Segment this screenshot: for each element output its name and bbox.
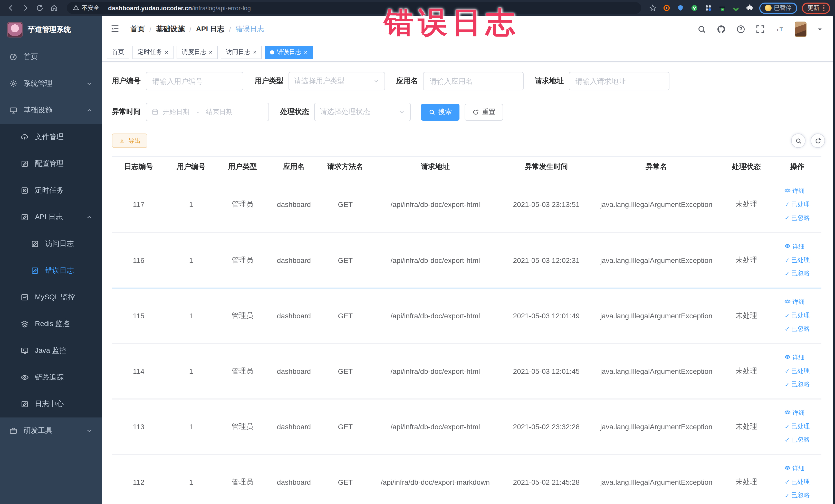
address-bar[interactable]: 不安全 dashboard.yudao.iocoder.cn/infra/log… xyxy=(67,2,641,14)
detail-link[interactable]: 详细 xyxy=(785,464,805,473)
close-icon[interactable]: × xyxy=(165,49,168,55)
breadcrumb-item-2[interactable]: API 日志 xyxy=(196,25,224,34)
app-name-input[interactable] xyxy=(423,72,524,90)
extensions-puzzle-icon[interactable] xyxy=(745,3,754,13)
ignored-link[interactable]: ✓已忽略 xyxy=(785,436,810,444)
profile-paused-badge[interactable]: 已暂停 xyxy=(759,2,797,14)
detail-link[interactable]: 详细 xyxy=(785,242,805,251)
cell-status: 未处理 xyxy=(719,343,773,399)
ext-shield-icon[interactable] xyxy=(676,3,685,13)
ignored-link[interactable]: ✓已忽略 xyxy=(785,324,810,333)
search-button[interactable]: 搜索 xyxy=(421,103,460,120)
processed-link[interactable]: ✓已处理 xyxy=(785,478,810,486)
reload-icon[interactable] xyxy=(34,2,45,14)
cell-time: 2021-05-03 12:02:31 xyxy=(500,233,593,288)
action-label: 已处理 xyxy=(791,200,810,209)
ext-sprout-icon[interactable] xyxy=(731,3,740,13)
sidebar-item-10[interactable]: Redis 监控 xyxy=(0,311,102,337)
back-icon[interactable] xyxy=(5,2,16,14)
process-status-select[interactable]: 请选择处理状态 xyxy=(314,103,411,121)
user-id-input[interactable] xyxy=(146,72,243,90)
close-icon[interactable]: × xyxy=(304,49,307,55)
action-label: 详细 xyxy=(792,353,805,362)
sidebar-item-label: 访问日志 xyxy=(45,239,93,248)
breadcrumb-item-0[interactable]: 首页 xyxy=(130,25,145,34)
processed-link[interactable]: ✓已处理 xyxy=(785,422,810,431)
url-text[interactable]: dashboard.yudao.iocoder.cn/infra/log/api… xyxy=(108,4,251,12)
sidebar-item-1[interactable]: 系统管理 xyxy=(0,70,102,97)
help-icon[interactable] xyxy=(736,25,746,34)
export-button[interactable]: 导出 xyxy=(112,134,147,148)
tab-4[interactable]: 错误日志× xyxy=(265,45,313,59)
cell-log_id: 113 xyxy=(112,399,165,454)
sidebar-item-label: Redis 监控 xyxy=(35,319,93,329)
toggle-search-button[interactable] xyxy=(791,134,806,148)
menu-fold-icon[interactable] xyxy=(110,24,121,35)
processed-link[interactable]: ✓已处理 xyxy=(785,200,810,209)
sidebar-item-5[interactable]: 定时任务 xyxy=(0,177,102,204)
sidebar-item-9[interactable]: MySQL 监控 xyxy=(0,284,102,311)
close-icon[interactable]: × xyxy=(209,49,212,55)
detail-link[interactable]: 详细 xyxy=(785,353,805,362)
refresh-table-button[interactable] xyxy=(811,134,825,148)
user-type-select[interactable]: 请选择用户类型 xyxy=(288,72,385,90)
caret-down-icon[interactable] xyxy=(817,26,823,32)
tab-0[interactable]: 首页 xyxy=(107,45,129,59)
ext-grid-icon[interactable] xyxy=(704,3,713,13)
ignored-link[interactable]: ✓已忽略 xyxy=(785,380,810,389)
search-icon[interactable] xyxy=(697,25,707,34)
user-avatar[interactable] xyxy=(795,22,807,37)
bookmark-star-icon[interactable] xyxy=(648,3,657,13)
browser-menu-icon[interactable] xyxy=(823,5,824,11)
forward-icon[interactable] xyxy=(20,2,31,14)
sidebar-item-14[interactable]: 研发工具 xyxy=(0,418,102,444)
detail-link[interactable]: 详细 xyxy=(785,298,805,306)
github-icon[interactable] xyxy=(717,25,726,34)
ext-target-icon[interactable] xyxy=(662,3,671,13)
home-icon[interactable] xyxy=(48,2,60,14)
ext-onoff-icon[interactable]: on xyxy=(717,3,727,13)
page-scrollbar[interactable] xyxy=(833,16,835,504)
font-size-icon[interactable]: TT xyxy=(775,25,785,34)
processed-link[interactable]: ✓已处理 xyxy=(785,367,810,375)
cell-log_id: 112 xyxy=(112,454,165,504)
app-logo-row[interactable]: 芋道管理系统 xyxy=(0,16,102,44)
detail-link[interactable]: 详细 xyxy=(785,409,805,418)
sidebar-item-0[interactable]: 首页 xyxy=(0,44,102,70)
sidebar-item-6[interactable]: API 日志 xyxy=(0,204,102,230)
sidebar: 芋道管理系统 首页系统管理基础设施文件管理配置管理定时任务API 日志访问日志错… xyxy=(0,16,102,504)
ignored-link[interactable]: ✓已忽略 xyxy=(785,269,810,278)
ignored-link[interactable]: ✓已忽略 xyxy=(785,214,810,222)
tab-2[interactable]: 调度日志× xyxy=(177,45,218,59)
update-button[interactable]: 更新 xyxy=(802,2,830,14)
exception-time-range[interactable]: 开始日期 - 结束日期 xyxy=(146,103,269,121)
ignored-link[interactable]: ✓已忽略 xyxy=(785,491,810,500)
sidebar-item-7[interactable]: 访问日志 xyxy=(0,230,102,257)
processed-link[interactable]: ✓已处理 xyxy=(785,256,810,264)
cell-log_id: 116 xyxy=(112,233,165,288)
processed-link[interactable]: ✓已处理 xyxy=(785,311,810,320)
sidebar-item-13[interactable]: 日志中心 xyxy=(0,391,102,418)
ext-v-icon[interactable] xyxy=(690,3,699,13)
sidebar-item-2[interactable]: 基础设施 xyxy=(0,97,102,124)
tab-1[interactable]: 定时任务× xyxy=(133,45,174,59)
tab-3[interactable]: 访问日志× xyxy=(221,45,262,59)
sidebar-item-12[interactable]: 链路追踪 xyxy=(0,364,102,391)
sidebar-item-4[interactable]: 配置管理 xyxy=(0,150,102,177)
breadcrumb-item-1[interactable]: 基础设施 xyxy=(156,25,185,34)
eye-small xyxy=(785,465,791,472)
reset-button[interactable]: 重置 xyxy=(465,103,503,120)
fullscreen-icon[interactable] xyxy=(756,25,765,34)
sidebar-item-11[interactable]: Java 监控 xyxy=(0,337,102,364)
filter-row-1: 用户编号 用户类型 请选择用户类型 应用名 请求地址 xyxy=(112,72,825,90)
detail-link[interactable]: 详细 xyxy=(785,187,805,196)
close-icon[interactable]: × xyxy=(253,49,257,55)
sidebar-item-8[interactable]: 错误日志 xyxy=(0,257,102,284)
sidebar-item-label: 错误日志 xyxy=(45,266,93,275)
sidebar-item-label: 定时任务 xyxy=(35,186,93,195)
security-status[interactable]: 不安全 xyxy=(73,4,99,12)
sidebar-item-3[interactable]: 文件管理 xyxy=(0,124,102,150)
chevron-down-icon xyxy=(86,81,93,87)
request-url-input[interactable] xyxy=(569,72,669,90)
sidebar-menu: 首页系统管理基础设施文件管理配置管理定时任务API 日志访问日志错误日志MySQ… xyxy=(0,44,102,504)
